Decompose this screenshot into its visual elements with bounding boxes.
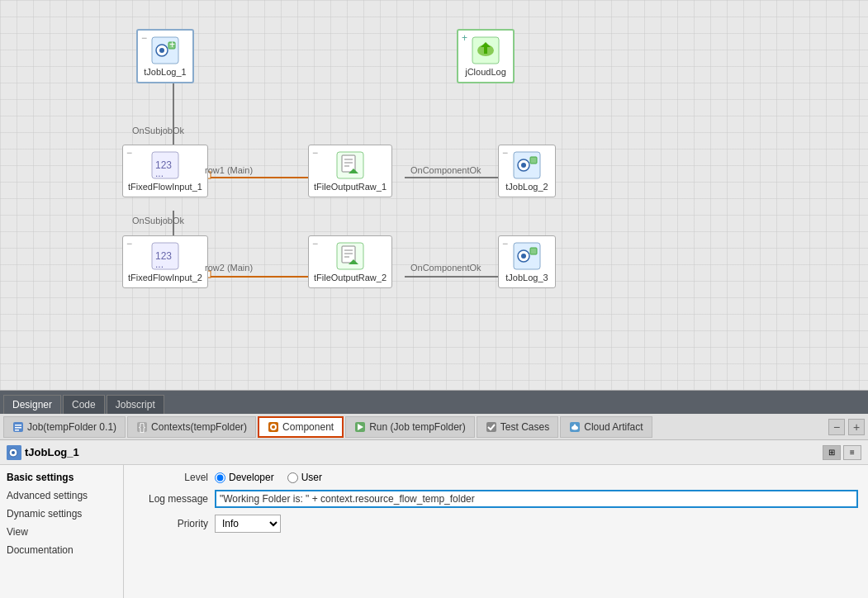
component-title-icon [7,445,21,460]
svg-point-68 [12,451,15,454]
view-list-button[interactable]: ≡ [843,445,861,460]
flow-label-row1: row1 (Main) [205,165,253,175]
radio-developer-input[interactable] [215,472,225,483]
bottom-panel: Designer Code Jobscript Job(tempFolder 0… [0,390,868,598]
svg-text:...: ... [155,259,164,270]
cloud-artifact-icon [569,421,581,433]
svg-point-49 [521,254,526,259]
radio-developer: Developer [215,472,274,483]
flow-label-row2: row2 (Main) [205,263,253,273]
tab-jobscript[interactable]: Jobscript [107,395,164,414]
svg-point-18 [159,48,164,53]
svg-text:...: ... [155,168,164,179]
main-content: Basic settings Advanced settings Dynamic… [0,465,868,598]
right-pane: Level Developer User Log messag [124,465,868,598]
svg-point-64 [572,425,578,430]
tab-contexts[interactable]: {} Contexts(tempFolder) [127,416,256,438]
tab-designer[interactable]: Designer [3,395,61,414]
tab-test-cases[interactable]: Test Cases [477,416,558,438]
log-message-row: Log message [134,490,858,508]
contexts-icon: {} [136,421,148,433]
svg-rect-62 [486,422,496,432]
tab-run[interactable]: Run (Job tempFolder) [345,416,475,438]
level-label: Level [134,472,208,483]
priority-row: Priority Info Warning Error [134,515,858,533]
canvas-area: − + tJobLog_1 + jCloudLog − [0,0,868,390]
svg-text:{}: {} [139,421,145,433]
sidebar-item-view[interactable]: View [0,523,123,541]
run-icon [354,421,366,433]
svg-text:+: + [169,39,175,50]
radio-user-input[interactable] [287,472,298,483]
component-header: tJobLog_1 ⊞ ≡ [0,440,868,465]
svg-rect-37 [530,157,537,164]
priority-select[interactable]: Info Warning Error [215,515,281,533]
node-jcloudlog[interactable]: + jCloudLog [457,29,515,83]
test-cases-icon [486,421,497,433]
sidebar-item-dynamic-settings[interactable]: Dynamic settings [0,505,123,523]
radio-user-label: User [301,472,322,483]
svg-point-59 [272,425,275,429]
component-icon [268,421,279,433]
radio-user: User [287,472,322,483]
flow-label-1: OnSubjobOk [132,126,184,135]
tab-cloud-artifact[interactable]: Cloud Artifact [560,416,652,438]
tab-job[interactable]: Job(tempFolder 0.1) [3,416,126,438]
tab-scroll-left[interactable]: − [828,419,845,435]
level-radio-group: Developer User [215,472,322,483]
log-message-label: Log message [134,493,208,505]
node-tjoblog-3[interactable]: − tJobLog_3 [498,235,556,288]
tab-code[interactable]: Code [63,395,105,414]
node-tjoblog-2[interactable]: − tJobLog_2 [498,145,556,197]
svg-rect-24 [484,47,487,54]
component-tabs: Job(tempFolder 0.1) {} Contexts(tempFold… [0,414,868,440]
svg-rect-54 [15,430,19,431]
tab-component[interactable]: Component [258,416,344,438]
svg-rect-50 [530,248,537,254]
component-title: tJobLog_1 [25,446,79,458]
priority-label: Priority [134,518,208,529]
node-tfileoutputraw-1[interactable]: − tFileOutputRaw_1 [308,145,392,197]
node-tjoblog-1[interactable]: − + tJobLog_1 [136,29,194,83]
view-grid-button[interactable]: ⊞ [823,445,841,460]
settings-form: Level Developer User Log messag [124,465,868,598]
node-tfixedflowinput-1[interactable]: − 123 ... tFixedFlowInput_1 [122,145,208,197]
editor-tabs: Designer Code Jobscript [0,391,868,414]
svg-point-36 [521,163,526,168]
flow-label-oncomp1: OnComponentOk [410,165,481,175]
tab-scroll-right[interactable]: + [848,419,865,435]
level-row: Level Developer User [134,472,858,483]
node-tfileoutputraw-2[interactable]: − tFileOutputRaw_2 [308,235,392,288]
log-message-input[interactable] [215,490,858,508]
sidebar-item-advanced-settings[interactable]: Advanced settings [0,486,123,505]
flow-label-oncomp2: OnComponentOk [410,263,481,273]
node-tfixedflowinput-2[interactable]: − 123 ... tFixedFlowInput_2 [122,235,208,288]
radio-developer-label: Developer [229,472,274,483]
flow-label-2: OnSubjobOk [132,216,184,225]
job-icon [12,421,24,433]
sidebar-item-basic-settings[interactable]: Basic settings [0,468,123,486]
tab-controls: − + [828,419,865,435]
svg-rect-52 [15,425,21,426]
sidebar-item-documentation[interactable]: Documentation [0,541,123,559]
settings-sidebar: Basic settings Advanced settings Dynamic… [0,465,124,598]
svg-rect-53 [15,427,21,429]
